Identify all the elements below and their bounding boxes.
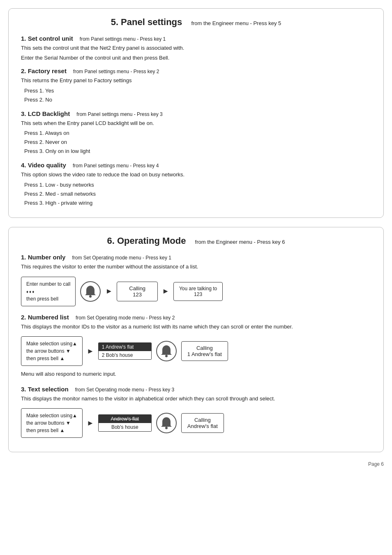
sub2-desc1: This returns the Entry panel to Factory …	[21, 76, 371, 85]
list-row-1: 1 Andrew's flat	[99, 343, 151, 351]
diag-talking-1: You are talking to 123	[173, 282, 223, 301]
diag-calling-1: Calling 123	[117, 282, 158, 301]
svg-point-3	[165, 355, 168, 357]
arrow-right-3: ►	[87, 347, 94, 356]
svg-point-5	[165, 427, 168, 429]
section5-box: 5. Panel settings from the Engineer menu…	[8, 8, 384, 218]
sub4-heading: 4. Video quality from Panel settings men…	[21, 162, 371, 169]
diag-arrow-buttons-2: Make selection using▲ the arrow buttons …	[21, 336, 83, 366]
s6-sub3-diagram: Make selection using▲ the arrow buttons …	[21, 408, 371, 438]
text-list-box: Andrew's flat Bob's house	[98, 414, 152, 432]
sub3-desc1: This sets when the Entry panel LCD backl…	[21, 119, 371, 127]
text-row-1: Andrew's flat	[99, 415, 151, 423]
sub3-press-list: Press 1. Always on Press 2. Never on Pre…	[24, 129, 371, 156]
section5-title-text: 5. Panel settings	[111, 17, 182, 27]
section5-title: 5. Panel settings from the Engineer menu…	[21, 17, 371, 28]
s6-sub3-heading: 3. Text selection from Set Operating mod…	[21, 386, 371, 393]
section6-title: 6. Operating Mode from the Engineer menu…	[21, 236, 371, 246]
s6-sub1-diagram: Enter number to call ♦♦♦ then press bell…	[21, 277, 371, 306]
s6-sub1-desc: This requires the visitor to enter the n…	[21, 263, 371, 271]
s6-sub1-heading: 1. Number only from Set Operating mode m…	[21, 254, 371, 261]
sub1-desc1: This sets the control unit that the Net2…	[21, 44, 371, 52]
page-number: Page 6	[8, 461, 384, 467]
bell-icon	[80, 281, 101, 302]
sub2-heading: 2. Factory reset from Panel settings men…	[21, 67, 371, 74]
arrow-right-4: ►	[87, 419, 94, 428]
diag-enter-number: Enter number to call ♦♦♦ then press bell	[21, 277, 76, 306]
sub2-press-list: Press 1. Yes Press 2. No	[24, 86, 371, 104]
arrow-right-2: ►	[162, 287, 169, 296]
s6-sub3-desc: This displays the monitor names to the v…	[21, 395, 371, 403]
numbered-list-box: 1 Andrew's flat 2 Bob's house	[98, 342, 152, 360]
section6-title-text: 6. Operating Mode	[107, 236, 186, 246]
svg-point-1	[89, 295, 92, 298]
arrow-right-1: ►	[105, 287, 113, 296]
s6-sub2-menu-note: Menu will also respond to numeric input.	[21, 370, 371, 378]
sub3-heading: 3. LCD Backlight from Panel settings men…	[21, 110, 371, 117]
text-row-2: Bob's house	[99, 423, 151, 431]
sub1-desc2: Enter the Serial Number of the control u…	[21, 54, 371, 62]
section6-from-label: from the Engineer menu - Press key 6	[195, 239, 285, 245]
s6-sub2-heading: 2. Numbered list from Set Operating mode…	[21, 314, 371, 321]
dots-icon: ♦♦♦	[26, 289, 35, 294]
diag-calling-2: Calling 1 Andrew's flat	[181, 341, 228, 361]
diag-calling-3: Calling Andrew's flat	[181, 413, 224, 433]
sub4-press-list: Press 1. Low - busy networks Press 2. Me…	[24, 180, 371, 208]
bell-icon-2	[156, 340, 177, 362]
s6-sub2-diagram: Make selection using▲ the arrow buttons …	[21, 336, 371, 366]
section5-from-label: from the Engineer menu - Press key 5	[191, 20, 281, 26]
sub1-heading: 1. Set control unit from Panel settings …	[21, 35, 371, 42]
sub4-desc1: This option slows the video rate to redu…	[21, 171, 371, 179]
list-row-2: 2 Bob's house	[99, 351, 151, 359]
diag-arrow-buttons-3: Make selection using▲ the arrow buttons …	[21, 408, 83, 438]
s6-sub2-desc: This displays the monitor IDs to the vis…	[21, 323, 371, 331]
section6-box: 6. Operating Mode from the Engineer menu…	[8, 227, 384, 452]
bell-icon-3	[156, 412, 177, 434]
